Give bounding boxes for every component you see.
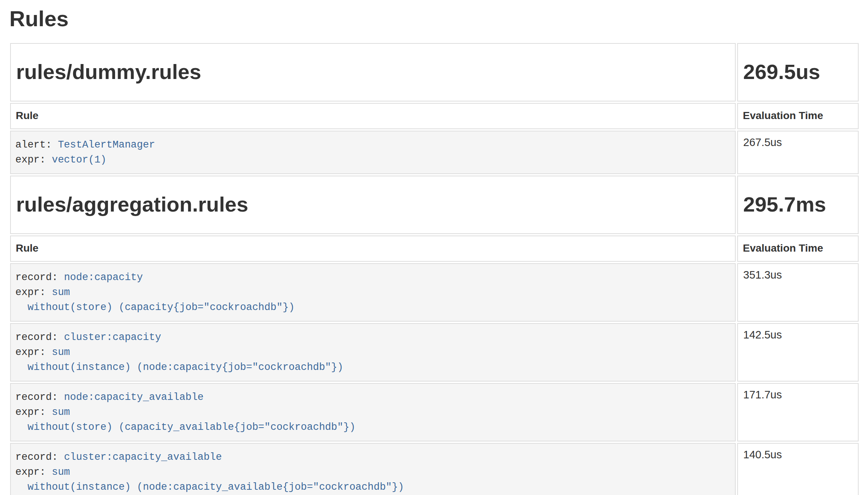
rule-evaluation-time: 267.5us xyxy=(737,131,859,174)
rule-expression-link[interactable]: sum without(instance) (node:capacity{job… xyxy=(15,347,343,373)
rule-group-file-cell: rules/dummy.rules xyxy=(10,43,736,101)
rule-expression-link[interactable]: sum without(store) (capacity{job="cockro… xyxy=(15,287,295,313)
rules-table: rules/dummy.rules269.5usRuleEvaluation T… xyxy=(9,42,860,495)
rule-code-block: record: node:capacity_available expr: su… xyxy=(11,384,735,441)
rule-evaluation-time: 140.5us xyxy=(737,443,859,495)
rule-column-header: Rule xyxy=(10,103,736,129)
rule-code-block: record: node:capacity expr: sum without(… xyxy=(11,264,735,321)
rule-group-file: rules/aggregation.rules xyxy=(11,177,735,233)
evaluation-time-column-header: Evaluation Time xyxy=(737,103,859,129)
rule-expression-link[interactable]: TestAlertManager xyxy=(58,139,155,151)
rule-definition-cell: record: node:capacity expr: sum without(… xyxy=(10,263,736,322)
rule-row: record: cluster:capacity expr: sum witho… xyxy=(10,323,859,382)
rule-code-key: expr: xyxy=(15,347,52,358)
column-header-row: RuleEvaluation Time xyxy=(10,236,859,262)
rule-group-file-cell: rules/aggregation.rules xyxy=(10,176,736,234)
rule-group-header-row: rules/aggregation.rules295.7ms xyxy=(10,176,859,234)
rule-expression-link[interactable]: node:capacity xyxy=(64,272,143,283)
rule-row: alert: TestAlertManager expr: vector(1)2… xyxy=(10,131,859,174)
rule-evaluation-time: 351.3us xyxy=(737,263,859,322)
rule-code-block: alert: TestAlertManager expr: vector(1) xyxy=(11,131,735,173)
rule-code-key: expr: xyxy=(15,287,52,298)
rule-definition-cell: record: cluster:capacity_available expr:… xyxy=(10,443,736,495)
rule-code-block: record: cluster:capacity expr: sum witho… xyxy=(11,324,735,381)
rule-expression-link[interactable]: cluster:capacity xyxy=(64,332,161,343)
rule-column-header: Rule xyxy=(10,236,736,262)
rule-group-time-cell: 269.5us xyxy=(737,43,859,101)
page-title: Rules xyxy=(9,5,868,33)
rule-expression-link[interactable]: vector(1) xyxy=(52,154,106,165)
rule-expression-link[interactable]: sum without(instance) (node:capacity_ava… xyxy=(15,467,404,493)
rule-row: record: node:capacity_available expr: su… xyxy=(10,383,859,441)
rule-group-header-row: rules/dummy.rules269.5us xyxy=(10,43,859,101)
rule-definition-cell: record: node:capacity_available expr: su… xyxy=(10,383,736,441)
rule-code-key: record: xyxy=(15,452,64,463)
rule-expression-link[interactable]: cluster:capacity_available xyxy=(64,452,222,463)
rule-evaluation-time: 142.5us xyxy=(737,323,859,382)
rule-code-key: record: xyxy=(15,272,64,283)
rule-row: record: cluster:capacity_available expr:… xyxy=(10,443,859,495)
evaluation-time-column-header: Evaluation Time xyxy=(737,236,859,262)
rule-code-block: record: cluster:capacity_available expr:… xyxy=(11,444,735,495)
rule-group-file: rules/dummy.rules xyxy=(11,44,735,100)
rule-code-key: expr: xyxy=(15,407,52,418)
rule-definition-cell: alert: TestAlertManager expr: vector(1) xyxy=(10,131,736,174)
rule-expression-link[interactable]: sum without(store) (capacity_available{j… xyxy=(15,407,355,433)
rule-evaluation-time: 171.7us xyxy=(737,383,859,441)
rule-row: record: node:capacity expr: sum without(… xyxy=(10,263,859,322)
rule-code-key: expr: xyxy=(15,467,52,478)
rule-code-key: expr: xyxy=(15,154,52,165)
rule-code-key: record: xyxy=(15,332,64,343)
rule-group-evaluation-time: 269.5us xyxy=(738,44,858,100)
rule-definition-cell: record: cluster:capacity expr: sum witho… xyxy=(10,323,736,382)
column-header-row: RuleEvaluation Time xyxy=(10,103,859,129)
rule-group-evaluation-time: 295.7ms xyxy=(738,177,858,233)
rule-code-key: record: xyxy=(15,392,64,403)
rule-expression-link[interactable]: node:capacity_available xyxy=(64,392,204,403)
rule-code-key: alert: xyxy=(15,139,58,151)
rule-group-time-cell: 295.7ms xyxy=(737,176,859,234)
